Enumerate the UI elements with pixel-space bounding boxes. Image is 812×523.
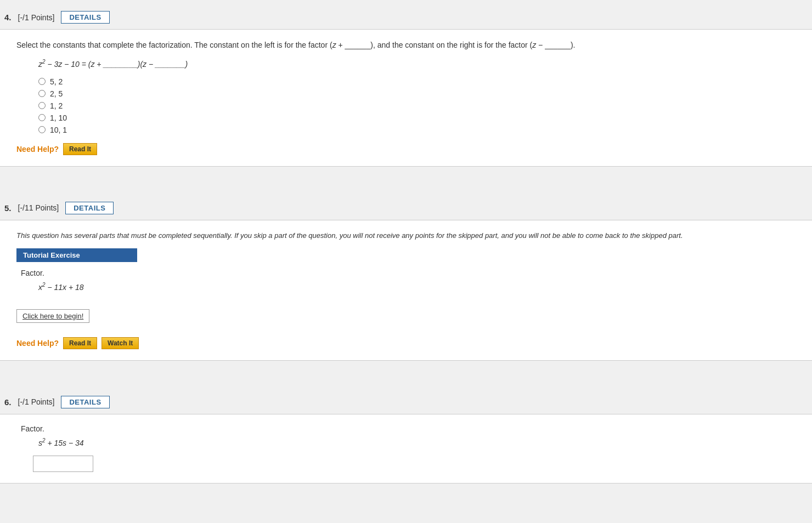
question-4-math: z2 − 3z − 10 = (z + ________)(z − ______… [38, 59, 799, 69]
question-5-read-it-button[interactable]: Read It [63, 337, 97, 349]
question-5-content: This question has several parts that mus… [0, 220, 812, 361]
question-4-options: 5, 2 2, 5 1, 2 1, 10 10, 1 [38, 77, 799, 134]
question-4-content: Select the constants that complete the f… [0, 29, 812, 167]
question-5-points: [-/11 Points] [18, 203, 59, 212]
question-5-block: 5. [-/11 Points] DETAILS This question h… [0, 191, 812, 372]
question-5-factor-instruction: Factor. [21, 269, 799, 277]
option-1-2[interactable]: 1, 2 [38, 101, 799, 110]
option-1-10[interactable]: 1, 10 [38, 113, 799, 122]
question-6-points: [-/1 Points] [18, 397, 55, 406]
question-5-need-help-label: Need Help? [16, 339, 59, 348]
question-6-factor-instruction: Factor. [21, 424, 799, 433]
divider-2 [0, 372, 812, 385]
question-4-instruction: Select the constants that complete the f… [16, 39, 799, 51]
radio-5-2[interactable] [38, 78, 46, 85]
question-4-header: 4. [-/1 Points] DETAILS [0, 7, 812, 29]
question-5-details-button[interactable]: DETAILS [65, 202, 114, 214]
question-5-math: x2 − 11x + 18 [38, 282, 799, 292]
radio-1-10[interactable] [38, 114, 46, 121]
question-5-header: 5. [-/11 Points] DETAILS [0, 197, 812, 220]
radio-1-2[interactable] [38, 102, 46, 109]
question-4-read-it-button[interactable]: Read It [63, 143, 97, 155]
question-6-header: 6. [-/1 Points] DETAILS [0, 391, 812, 414]
question-4-number: 4. [4, 13, 12, 22]
question-6-block: 6. [-/1 Points] DETAILS Factor. s2 + 15s… [0, 385, 812, 495]
question-4-need-help-row: Need Help? Read It [16, 143, 799, 155]
question-5-need-help-row: Need Help? Read It Watch It [16, 337, 799, 349]
radio-2-5[interactable] [38, 90, 46, 97]
option-10-1[interactable]: 10, 1 [38, 126, 799, 134]
question-5-sequential-note: This question has several parts that mus… [16, 230, 799, 241]
option-5-2[interactable]: 5, 2 [38, 77, 799, 86]
divider-1 [0, 178, 812, 191]
question-4-block: 4. [-/1 Points] DETAILS Select the const… [0, 0, 812, 178]
radio-10-1[interactable] [38, 126, 46, 133]
question-4-details-button[interactable]: DETAILS [61, 11, 109, 24]
click-here-begin-button[interactable]: Click here to begin! [16, 309, 89, 323]
question-6-math: s2 + 15s − 34 [38, 437, 799, 447]
question-6-number: 6. [4, 397, 12, 407]
tutorial-exercise-bar: Tutorial Exercise [16, 248, 137, 262]
question-5-number: 5. [4, 203, 12, 213]
question-6-details-button[interactable]: DETAILS [61, 396, 109, 408]
question-6-content: Factor. s2 + 15s − 34 [0, 414, 812, 484]
option-2-5[interactable]: 2, 5 [38, 89, 799, 98]
question-6-answer-input[interactable] [33, 456, 93, 472]
question-5-watch-it-button[interactable]: Watch It [101, 337, 139, 349]
question-4-points: [-/1 Points] [18, 13, 55, 22]
question-4-need-help-label: Need Help? [16, 145, 59, 154]
